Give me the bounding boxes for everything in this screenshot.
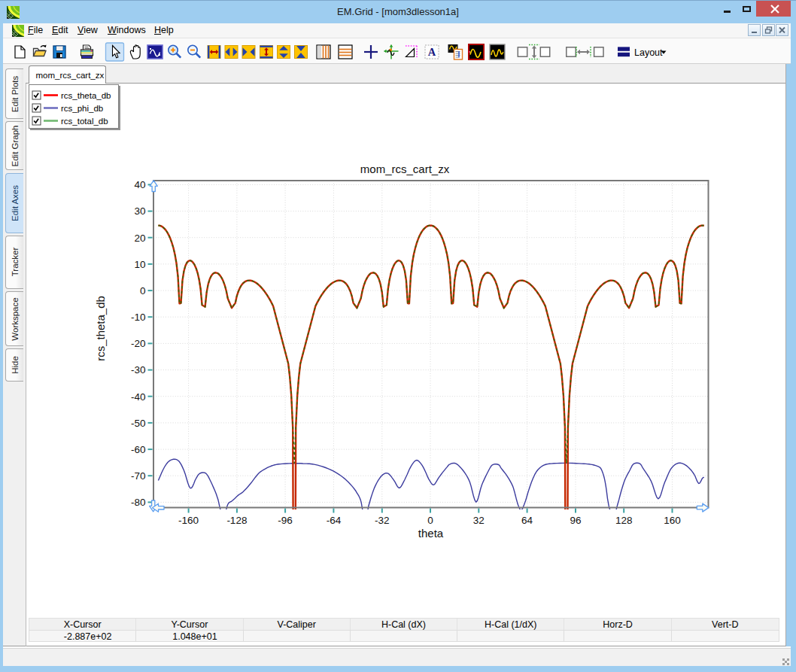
- svg-text:-80: -80: [131, 497, 146, 508]
- svg-text:rcs_theta_db: rcs_theta_db: [94, 296, 107, 361]
- svg-text:theta: theta: [418, 527, 444, 540]
- svg-text:rcs_theta_db: rcs_theta_db: [61, 91, 111, 100]
- svg-text:-50: -50: [131, 418, 146, 429]
- svg-text:-160: -160: [178, 515, 199, 526]
- svg-text:20: 20: [134, 233, 145, 244]
- svg-text:-30: -30: [131, 364, 146, 376]
- svg-text:96: 96: [570, 515, 581, 526]
- svg-text:40: 40: [134, 179, 145, 190]
- svg-text:0: 0: [140, 285, 146, 296]
- svg-text:-128: -128: [226, 515, 247, 526]
- svg-text:0: 0: [427, 515, 433, 526]
- svg-text:-20: -20: [131, 338, 146, 349]
- svg-text:160: 160: [664, 515, 681, 526]
- svg-text:64: 64: [521, 515, 533, 526]
- svg-text:rcs_total_db: rcs_total_db: [61, 117, 108, 126]
- svg-text:-64: -64: [327, 515, 342, 526]
- svg-text:128: 128: [615, 515, 633, 526]
- svg-text:-40: -40: [131, 391, 146, 403]
- svg-text:30: 30: [134, 205, 145, 217]
- svg-text:-32: -32: [375, 515, 390, 526]
- svg-text:rcs_phi_db: rcs_phi_db: [61, 104, 103, 113]
- svg-text:10: 10: [134, 259, 145, 270]
- svg-text:-70: -70: [131, 470, 146, 482]
- svg-text:-60: -60: [131, 444, 146, 455]
- svg-text:32: 32: [473, 515, 485, 526]
- svg-text:mom_rcs_cart_zx: mom_rcs_cart_zx: [360, 163, 450, 175]
- svg-text:-10: -10: [131, 312, 146, 323]
- svg-text:-96: -96: [278, 515, 293, 526]
